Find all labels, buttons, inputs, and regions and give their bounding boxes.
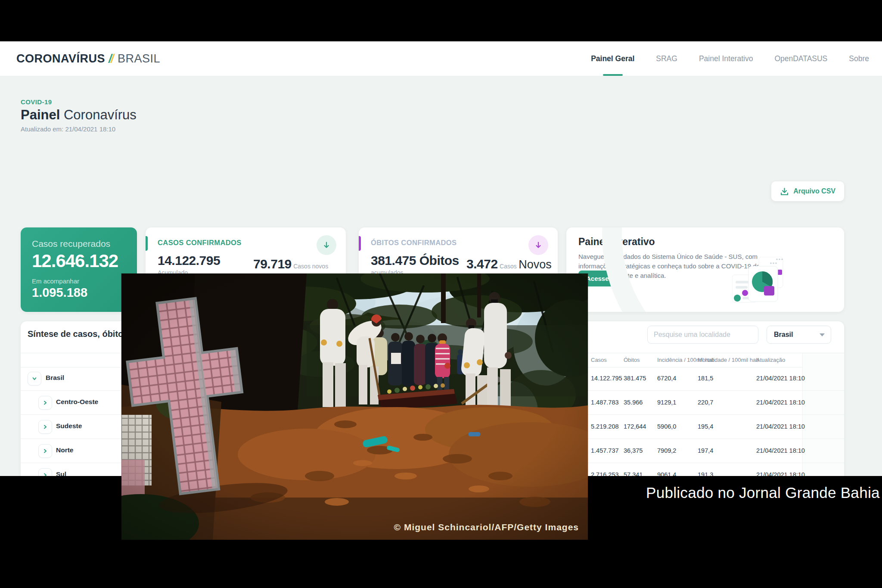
cell-incidencia: 7909,2	[657, 447, 676, 454]
chevron-right-icon[interactable]	[38, 420, 52, 434]
col-mortalidade: Mortalidade / 100mil hab	[698, 353, 759, 367]
col-obitos: Óbitos	[624, 353, 640, 367]
cell-atualizacao: 21/04/2021 18:10	[756, 399, 805, 406]
chevron-right-icon[interactable]	[38, 396, 52, 410]
recovered-value: 12.646.132	[32, 251, 137, 271]
confirmed-new-value: 79.719	[253, 257, 292, 271]
recovered-title: Casos recuperados	[32, 239, 137, 249]
app-header: CORONAVÍRUS // BRASIL Painel Geral SRAG …	[0, 41, 882, 76]
cell-incidencia: 6720,4	[657, 375, 676, 382]
logo-sub: BRASIL	[118, 52, 160, 65]
page-title: Painel Coronavírus	[21, 107, 137, 123]
main-nav: Painel Geral SRAG Painel Interativo Open…	[591, 41, 869, 76]
region-label: Centro-Oeste	[56, 398, 98, 406]
photo-credit: © Miguel Schincariol/AFP/Getty Images	[394, 522, 579, 532]
region-label: Brasil	[46, 374, 64, 382]
logo-main: CORONAVÍRUS	[16, 52, 105, 65]
charts-illustration	[732, 257, 786, 305]
green-accent-bar	[146, 236, 148, 251]
title-block: COVID-19 Painel Coronavírus Atualizado e…	[21, 98, 137, 133]
eyebrow-covid19: COVID-19	[21, 98, 137, 106]
updated-timestamp: Atualizado em: 21/04/2021 18:10	[21, 125, 137, 133]
cell-atualizacao: 21/04/2021 18:10	[756, 423, 805, 430]
recovered-card: Casos recuperados 12.646.132 Em acompanh…	[21, 227, 137, 312]
arrow-down-icon	[323, 241, 330, 249]
download-tray-icon	[780, 187, 789, 196]
deaths-new-value: 3.472	[466, 257, 498, 271]
coronavirus-brasil-dashboard: CORONAVÍRUS // BRASIL Painel Geral SRAG …	[0, 0, 882, 588]
csv-button-label: Arquivo CSV	[793, 187, 835, 195]
confirmed-new-label: Casos novos	[293, 263, 328, 270]
publisher-caption: Publicado no Jornal Grande Bahia	[646, 484, 882, 501]
cell-atualizacao: 21/04/2021 18:10	[756, 447, 805, 454]
cell-obitos: 35.966	[624, 399, 643, 406]
nav-opendatasus[interactable]: OpenDATASUS	[774, 41, 827, 76]
deaths-accumulated: 381.475 Óbitos	[371, 253, 459, 268]
col-casos: Casos	[591, 353, 607, 367]
deaths-title: ÓBITOS CONFIRMADOS	[371, 239, 457, 247]
region-label: Norte	[56, 446, 73, 454]
interactive-title: Painel Interativo	[578, 236, 844, 248]
article-photo-burial-scene: © Miguel Schincariol/AFP/Getty Images	[121, 274, 588, 540]
deaths-new-label-small: Casos	[500, 263, 517, 270]
chevron-down-icon[interactable]	[28, 372, 41, 386]
cell-mortalidade: 197,4	[698, 447, 713, 454]
top-black-bar	[0, 0, 882, 41]
nav-painel-geral[interactable]: Painel Geral	[591, 41, 634, 76]
dropdown-value: Brasil	[774, 331, 793, 339]
nav-sobre[interactable]: Sobre	[849, 41, 869, 76]
cell-casos: 14.122.795	[591, 375, 622, 382]
confirmed-accumulated: 14.122.795	[158, 253, 220, 268]
cell-obitos: 36,375	[624, 447, 643, 454]
nav-srag[interactable]: SRAG	[656, 41, 677, 76]
region-dropdown[interactable]: Brasil	[767, 326, 831, 344]
cell-obitos: 381.475	[624, 375, 646, 382]
chevron-right-icon[interactable]	[38, 444, 52, 458]
chevron-down-icon	[820, 333, 825, 336]
cell-mortalidade: 181,5	[698, 375, 713, 382]
confirmed-title: CASOS CONFIRMADOS	[158, 239, 242, 247]
cell-obitos: 172,644	[624, 423, 646, 430]
cell-casos: 5.219.208	[591, 423, 619, 430]
cell-mortalidade: 220,7	[698, 399, 713, 406]
purple-accent-bar	[359, 236, 361, 251]
logo: CORONAVÍRUS // BRASIL	[16, 52, 160, 65]
confirmed-download-button[interactable]	[317, 235, 336, 255]
cell-mortalidade: 195,4	[698, 423, 713, 430]
nav-painel-interativo[interactable]: Painel Interativo	[699, 41, 753, 76]
cell-atualizacao: 21/04/2021 18:10	[756, 375, 805, 382]
cell-incidencia: 5906,0	[657, 423, 676, 430]
col-atualizacao: Atualização	[756, 353, 785, 367]
csv-download-button[interactable]: Arquivo CSV	[771, 181, 844, 201]
arrow-down-icon	[534, 241, 542, 249]
cell-casos: 1.487.783	[591, 399, 619, 406]
deaths-new-label-big: Novos	[519, 258, 552, 271]
locality-search-input[interactable]	[647, 326, 758, 344]
interactive-panel-card: Painel Interativo Navegue pelos dados do…	[566, 227, 844, 312]
region-label: Sudeste	[56, 422, 82, 430]
logo-slashes-icon: //	[109, 52, 114, 65]
cell-casos: 1.457.737	[591, 447, 619, 454]
cell-incidencia: 9129,1	[657, 399, 676, 406]
deaths-download-button[interactable]	[528, 235, 548, 255]
